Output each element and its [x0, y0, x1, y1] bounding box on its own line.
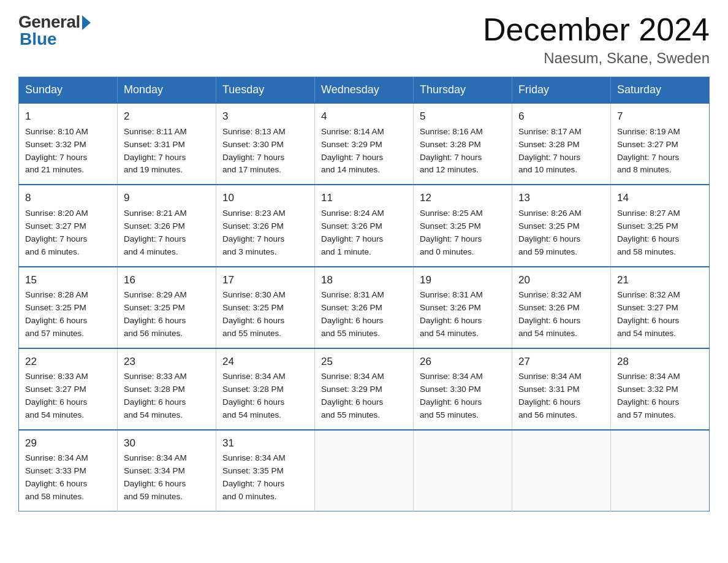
- day-number: 27: [518, 354, 604, 370]
- day-info: Sunrise: 8:34 AM Sunset: 3:28 PM Dayligh…: [222, 370, 308, 422]
- day-number: 11: [321, 190, 407, 206]
- calendar-cell: 29Sunrise: 8:34 AM Sunset: 3:33 PM Dayli…: [19, 430, 118, 511]
- calendar-cell: 6Sunrise: 8:17 AM Sunset: 3:28 PM Daylig…: [512, 103, 611, 185]
- calendar-cell: 28Sunrise: 8:34 AM Sunset: 3:32 PM Dayli…: [611, 348, 710, 430]
- day-info: Sunrise: 8:34 AM Sunset: 3:33 PM Dayligh…: [25, 452, 111, 504]
- logo: General Blue: [18, 12, 91, 49]
- calendar-cell: 26Sunrise: 8:34 AM Sunset: 3:30 PM Dayli…: [414, 348, 512, 430]
- week-row-3: 15Sunrise: 8:28 AM Sunset: 3:25 PM Dayli…: [19, 267, 710, 348]
- day-info: Sunrise: 8:30 AM Sunset: 3:25 PM Dayligh…: [222, 289, 308, 340]
- day-info: Sunrise: 8:31 AM Sunset: 3:26 PM Dayligh…: [321, 289, 407, 340]
- calendar-table: SundayMondayTuesdayWednesdayThursdayFrid…: [18, 77, 710, 511]
- day-info: Sunrise: 8:31 AM Sunset: 3:26 PM Dayligh…: [420, 289, 506, 340]
- day-info: Sunrise: 8:19 AM Sunset: 3:27 PM Dayligh…: [617, 126, 703, 177]
- day-info: Sunrise: 8:13 AM Sunset: 3:30 PM Dayligh…: [222, 126, 308, 177]
- day-number: 14: [617, 190, 703, 206]
- day-number: 17: [222, 272, 308, 288]
- calendar-cell: 16Sunrise: 8:29 AM Sunset: 3:25 PM Dayli…: [118, 267, 216, 348]
- weekday-header-tuesday: Tuesday: [216, 77, 315, 104]
- day-number: 20: [518, 272, 604, 288]
- day-number: 12: [420, 190, 506, 206]
- logo-arrow-icon: [82, 15, 91, 30]
- calendar-cell: 25Sunrise: 8:34 AM Sunset: 3:29 PM Dayli…: [315, 348, 414, 430]
- day-number: 21: [617, 272, 703, 288]
- calendar-cell: [512, 430, 611, 511]
- calendar-cell: [611, 430, 710, 511]
- day-info: Sunrise: 8:34 AM Sunset: 3:35 PM Dayligh…: [222, 452, 308, 504]
- weekday-header-thursday: Thursday: [414, 77, 512, 104]
- calendar-cell: 8Sunrise: 8:20 AM Sunset: 3:27 PM Daylig…: [19, 185, 118, 266]
- day-info: Sunrise: 8:10 AM Sunset: 3:32 PM Dayligh…: [25, 126, 111, 177]
- day-number: 19: [420, 272, 506, 288]
- calendar-cell: 18Sunrise: 8:31 AM Sunset: 3:26 PM Dayli…: [315, 267, 414, 348]
- day-number: 13: [518, 190, 604, 206]
- calendar-cell: 31Sunrise: 8:34 AM Sunset: 3:35 PM Dayli…: [216, 430, 315, 511]
- day-number: 5: [420, 109, 506, 124]
- day-number: 15: [25, 272, 111, 288]
- calendar-cell: 12Sunrise: 8:25 AM Sunset: 3:25 PM Dayli…: [414, 185, 512, 266]
- week-row-2: 8Sunrise: 8:20 AM Sunset: 3:27 PM Daylig…: [19, 185, 710, 266]
- calendar-cell: 2Sunrise: 8:11 AM Sunset: 3:31 PM Daylig…: [118, 103, 216, 185]
- day-info: Sunrise: 8:23 AM Sunset: 3:26 PM Dayligh…: [222, 207, 308, 259]
- calendar-cell: [315, 430, 414, 511]
- month-title: December 2024: [483, 12, 710, 47]
- calendar-cell: 24Sunrise: 8:34 AM Sunset: 3:28 PM Dayli…: [216, 348, 315, 430]
- week-row-4: 22Sunrise: 8:33 AM Sunset: 3:27 PM Dayli…: [19, 348, 710, 430]
- day-number: 30: [124, 435, 210, 451]
- day-number: 16: [124, 272, 210, 288]
- day-info: Sunrise: 8:34 AM Sunset: 3:30 PM Dayligh…: [420, 370, 506, 422]
- calendar-cell: 30Sunrise: 8:34 AM Sunset: 3:34 PM Dayli…: [118, 430, 216, 511]
- calendar-cell: 15Sunrise: 8:28 AM Sunset: 3:25 PM Dayli…: [19, 267, 118, 348]
- calendar-cell: 5Sunrise: 8:16 AM Sunset: 3:28 PM Daylig…: [414, 103, 512, 185]
- calendar-cell: 20Sunrise: 8:32 AM Sunset: 3:26 PM Dayli…: [512, 267, 611, 348]
- calendar-cell: 14Sunrise: 8:27 AM Sunset: 3:25 PM Dayli…: [611, 185, 710, 266]
- calendar-cell: 22Sunrise: 8:33 AM Sunset: 3:27 PM Dayli…: [19, 348, 118, 430]
- day-number: 8: [25, 190, 111, 206]
- day-info: Sunrise: 8:32 AM Sunset: 3:27 PM Dayligh…: [617, 289, 703, 340]
- day-info: Sunrise: 8:24 AM Sunset: 3:26 PM Dayligh…: [321, 207, 407, 259]
- calendar-cell: 1Sunrise: 8:10 AM Sunset: 3:32 PM Daylig…: [19, 103, 118, 185]
- calendar-cell: 7Sunrise: 8:19 AM Sunset: 3:27 PM Daylig…: [611, 103, 710, 185]
- day-number: 28: [617, 354, 703, 370]
- day-info: Sunrise: 8:26 AM Sunset: 3:25 PM Dayligh…: [518, 207, 604, 259]
- day-number: 22: [25, 354, 111, 370]
- calendar-cell: 17Sunrise: 8:30 AM Sunset: 3:25 PM Dayli…: [216, 267, 315, 348]
- calendar-cell: 27Sunrise: 8:34 AM Sunset: 3:31 PM Dayli…: [512, 348, 611, 430]
- calendar-cell: 19Sunrise: 8:31 AM Sunset: 3:26 PM Dayli…: [414, 267, 512, 348]
- day-info: Sunrise: 8:34 AM Sunset: 3:31 PM Dayligh…: [518, 370, 604, 422]
- day-info: Sunrise: 8:34 AM Sunset: 3:34 PM Dayligh…: [124, 452, 210, 504]
- day-info: Sunrise: 8:25 AM Sunset: 3:25 PM Dayligh…: [420, 207, 506, 259]
- calendar-cell: 9Sunrise: 8:21 AM Sunset: 3:26 PM Daylig…: [118, 185, 216, 266]
- day-info: Sunrise: 8:11 AM Sunset: 3:31 PM Dayligh…: [124, 126, 210, 177]
- day-number: 23: [124, 354, 210, 370]
- day-number: 29: [25, 435, 111, 451]
- weekday-header-row: SundayMondayTuesdayWednesdayThursdayFrid…: [19, 77, 710, 104]
- calendar-cell: 13Sunrise: 8:26 AM Sunset: 3:25 PM Dayli…: [512, 185, 611, 266]
- calendar-cell: 10Sunrise: 8:23 AM Sunset: 3:26 PM Dayli…: [216, 185, 315, 266]
- calendar-cell: [414, 430, 512, 511]
- day-number: 6: [518, 109, 604, 124]
- weekday-header-wednesday: Wednesday: [315, 77, 414, 104]
- day-info: Sunrise: 8:34 AM Sunset: 3:32 PM Dayligh…: [617, 370, 703, 422]
- weekday-header-sunday: Sunday: [19, 77, 118, 104]
- day-number: 26: [420, 354, 506, 370]
- day-number: 3: [222, 109, 308, 124]
- location-title: Naesum, Skane, Sweden: [483, 50, 710, 67]
- day-info: Sunrise: 8:33 AM Sunset: 3:28 PM Dayligh…: [124, 370, 210, 422]
- day-info: Sunrise: 8:21 AM Sunset: 3:26 PM Dayligh…: [124, 207, 210, 259]
- day-number: 9: [124, 190, 210, 206]
- day-info: Sunrise: 8:33 AM Sunset: 3:27 PM Dayligh…: [25, 370, 111, 422]
- day-number: 4: [321, 109, 407, 124]
- weekday-header-monday: Monday: [118, 77, 216, 104]
- day-info: Sunrise: 8:28 AM Sunset: 3:25 PM Dayligh…: [25, 289, 111, 340]
- week-row-1: 1Sunrise: 8:10 AM Sunset: 3:32 PM Daylig…: [19, 103, 710, 185]
- day-info: Sunrise: 8:20 AM Sunset: 3:27 PM Dayligh…: [25, 207, 111, 259]
- weekday-header-saturday: Saturday: [611, 77, 710, 104]
- day-info: Sunrise: 8:16 AM Sunset: 3:28 PM Dayligh…: [420, 126, 506, 177]
- calendar-cell: 21Sunrise: 8:32 AM Sunset: 3:27 PM Dayli…: [611, 267, 710, 348]
- day-number: 1: [25, 109, 111, 124]
- day-number: 7: [617, 109, 703, 124]
- calendar-cell: 4Sunrise: 8:14 AM Sunset: 3:29 PM Daylig…: [315, 103, 414, 185]
- day-info: Sunrise: 8:14 AM Sunset: 3:29 PM Dayligh…: [321, 126, 407, 177]
- day-number: 24: [222, 354, 308, 370]
